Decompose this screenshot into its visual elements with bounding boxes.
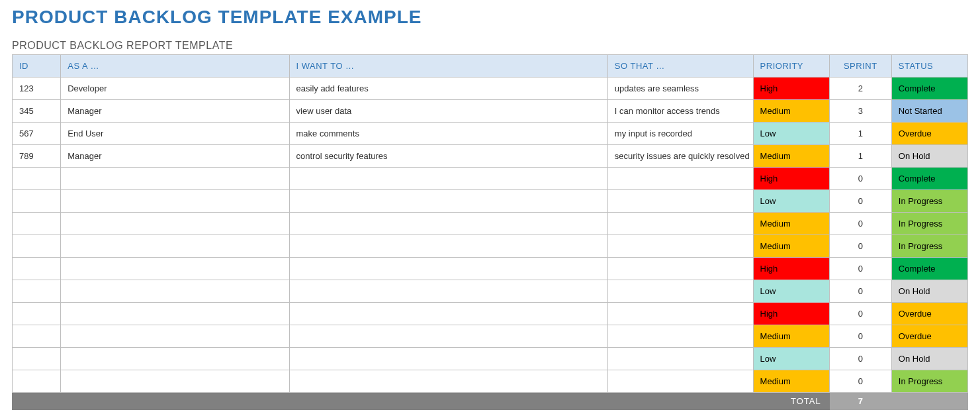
cell-asa (61, 190, 289, 213)
cell-sothat (607, 168, 753, 190)
cell-sprint: 0 (829, 213, 891, 235)
backlog-table: ID AS A … I WANT TO … SO THAT … PRIORITY… (12, 54, 968, 410)
cell-status: Overdue (891, 303, 967, 325)
cell-priority: Low (753, 123, 829, 145)
cell-sprint: 0 (829, 280, 891, 303)
cell-want: control security features (289, 145, 607, 168)
cell-id (13, 213, 61, 235)
cell-priority: Medium (753, 325, 829, 348)
total-label: TOTAL (13, 393, 830, 410)
cell-sprint: 0 (829, 303, 891, 325)
cell-asa: Manager (61, 145, 289, 168)
cell-sprint: 1 (829, 123, 891, 145)
table-footer-row: TOTAL 7 (13, 393, 968, 410)
cell-id: 789 (13, 145, 61, 168)
cell-id (13, 168, 61, 190)
cell-want: view user data (289, 100, 607, 123)
cell-asa (61, 280, 289, 303)
cell-want (289, 303, 607, 325)
table-row: Low0On Hold (13, 348, 968, 370)
cell-want (289, 280, 607, 303)
table-row: High0Complete (13, 168, 968, 190)
col-header-sprint: SPRINT (829, 55, 891, 78)
cell-want: easily add features (289, 78, 607, 100)
table-row: High0Overdue (13, 303, 968, 325)
cell-sothat (607, 258, 753, 280)
cell-id (13, 235, 61, 258)
cell-sothat: I can monitor access trends (607, 100, 753, 123)
total-blank (891, 393, 967, 410)
table-row: Medium0In Progress (13, 235, 968, 258)
cell-want (289, 370, 607, 393)
cell-priority: High (753, 303, 829, 325)
cell-sprint: 2 (829, 78, 891, 100)
cell-id (13, 370, 61, 393)
cell-sprint: 0 (829, 325, 891, 348)
cell-status: In Progress (891, 370, 967, 393)
cell-want (289, 258, 607, 280)
cell-sprint: 0 (829, 258, 891, 280)
cell-sothat (607, 348, 753, 370)
cell-priority: Medium (753, 145, 829, 168)
cell-priority: Medium (753, 370, 829, 393)
table-row: 345Managerview user dataI can monitor ac… (13, 100, 968, 123)
cell-status: In Progress (891, 190, 967, 213)
col-header-want: I WANT TO … (289, 55, 607, 78)
cell-sprint: 1 (829, 145, 891, 168)
cell-sothat (607, 370, 753, 393)
cell-asa (61, 348, 289, 370)
cell-sothat (607, 325, 753, 348)
cell-want (289, 325, 607, 348)
cell-status: On Hold (891, 145, 967, 168)
page-title: PRODUCT BACKLOG TEMPLATE EXAMPLE (12, 7, 968, 28)
cell-id: 123 (13, 78, 61, 100)
cell-priority: High (753, 78, 829, 100)
table-row: Medium0In Progress (13, 370, 968, 393)
cell-want (289, 168, 607, 190)
cell-status: Complete (891, 168, 967, 190)
section-subtitle: PRODUCT BACKLOG REPORT TEMPLATE (12, 40, 968, 52)
table-body: 123Developereasily add featuresupdates a… (13, 78, 968, 393)
cell-id (13, 348, 61, 370)
col-header-sothat: SO THAT … (607, 55, 753, 78)
table-row: High0Complete (13, 258, 968, 280)
cell-sothat (607, 235, 753, 258)
table-row: 123Developereasily add featuresupdates a… (13, 78, 968, 100)
cell-asa (61, 303, 289, 325)
table-row: 789Managercontrol security featuressecur… (13, 145, 968, 168)
cell-priority: Low (753, 190, 829, 213)
cell-status: Complete (891, 78, 967, 100)
cell-want: make comments (289, 123, 607, 145)
cell-asa (61, 325, 289, 348)
cell-sothat (607, 190, 753, 213)
cell-priority: Medium (753, 213, 829, 235)
cell-asa (61, 213, 289, 235)
table-header-row: ID AS A … I WANT TO … SO THAT … PRIORITY… (13, 55, 968, 78)
cell-status: Overdue (891, 123, 967, 145)
cell-sothat (607, 213, 753, 235)
cell-status: Overdue (891, 325, 967, 348)
cell-sothat (607, 280, 753, 303)
cell-sothat (607, 303, 753, 325)
cell-sothat: my input is recorded (607, 123, 753, 145)
cell-priority: Low (753, 280, 829, 303)
cell-asa: End User (61, 123, 289, 145)
table-row: 567End Usermake commentsmy input is reco… (13, 123, 968, 145)
cell-sothat: updates are seamless (607, 78, 753, 100)
table-row: Medium0Overdue (13, 325, 968, 348)
cell-id (13, 325, 61, 348)
cell-id (13, 280, 61, 303)
cell-sprint: 3 (829, 100, 891, 123)
cell-status: On Hold (891, 280, 967, 303)
total-value: 7 (829, 393, 891, 410)
cell-id: 567 (13, 123, 61, 145)
cell-status: In Progress (891, 235, 967, 258)
cell-asa (61, 235, 289, 258)
cell-want (289, 348, 607, 370)
cell-want (289, 213, 607, 235)
table-row: Low0In Progress (13, 190, 968, 213)
table-row: Medium0In Progress (13, 213, 968, 235)
cell-want (289, 235, 607, 258)
cell-status: Not Started (891, 100, 967, 123)
cell-priority: High (753, 168, 829, 190)
